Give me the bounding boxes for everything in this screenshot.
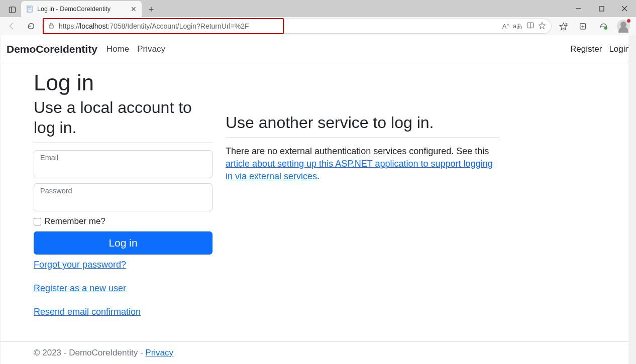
- page-footer: © 2023 - DemoCoreIdentity - Privacy: [1, 341, 636, 364]
- favorite-star-icon[interactable]: [538, 22, 546, 31]
- footer-privacy-link[interactable]: Privacy: [145, 348, 173, 357]
- browser-chrome: Log in - DemoCoreIdentity ✕ + https://lo…: [0, 0, 636, 35]
- external-login-section: Use another service to log in. There are…: [226, 97, 499, 330]
- performance-icon[interactable]: [595, 19, 612, 34]
- read-aloud-icon[interactable]: A»: [502, 22, 509, 30]
- divider: [34, 143, 213, 143]
- window-controls: [567, 0, 636, 17]
- site-navbar: DemoCoreIdentity Home Privacy Register L…: [1, 35, 636, 63]
- collections-icon[interactable]: [575, 19, 592, 34]
- svg-rect-0: [9, 7, 15, 12]
- svg-rect-6: [599, 7, 604, 11]
- maximize-button[interactable]: [590, 0, 613, 17]
- window-close-button[interactable]: [613, 0, 636, 17]
- external-services-link[interactable]: article about setting up this ASP.NET ap…: [226, 159, 493, 181]
- password-field[interactable]: [34, 184, 212, 211]
- scrollbar-track[interactable]: [628, 35, 636, 364]
- nav-home[interactable]: Home: [107, 44, 129, 54]
- page-viewport: DemoCoreIdentity Home Privacy Register L…: [0, 35, 636, 364]
- svg-rect-9: [49, 25, 53, 28]
- forgot-password-link[interactable]: Forgot your password?: [34, 260, 126, 270]
- remember-label: Remember me?: [44, 216, 105, 226]
- new-tab-button[interactable]: +: [144, 2, 159, 17]
- tab-title: Log in - DemoCoreIdentity: [37, 6, 127, 13]
- lock-icon[interactable]: [48, 22, 55, 31]
- external-heading: Use another service to log in.: [226, 112, 499, 133]
- page-title: Log in: [34, 70, 636, 95]
- resend-confirmation-link[interactable]: Resend email confirmation: [34, 307, 141, 317]
- nav-register[interactable]: Register: [570, 44, 602, 54]
- favorites-icon[interactable]: [555, 19, 572, 34]
- tab-favicon-icon: [26, 6, 33, 13]
- local-login-section: Use a local account to log in. Email Pas…: [34, 97, 213, 330]
- local-heading: Use a local account to log in.: [34, 97, 213, 138]
- back-button[interactable]: [4, 19, 20, 34]
- split-screen-icon[interactable]: [526, 22, 534, 31]
- browser-tab[interactable]: Log in - DemoCoreIdentity ✕: [21, 1, 142, 17]
- address-row: https://localhost:7058/Identity/Account/…: [0, 17, 636, 35]
- email-field[interactable]: [34, 151, 212, 178]
- main-container: Log in Use a local account to log in. Em…: [1, 63, 636, 341]
- url-text: https://localhost:7058/Identity/Account/…: [59, 22, 249, 30]
- password-field-wrapper: Password: [34, 183, 213, 211]
- translate-icon[interactable]: aあ: [513, 22, 522, 31]
- register-new-user-link[interactable]: Register as a new user: [34, 283, 126, 293]
- nav-privacy[interactable]: Privacy: [137, 44, 165, 54]
- login-button[interactable]: Log in: [34, 231, 213, 255]
- brand[interactable]: DemoCoreIdentity: [7, 43, 97, 55]
- address-bar[interactable]: https://localhost:7058/Identity/Account/…: [42, 19, 552, 34]
- tab-actions-icon[interactable]: [3, 2, 21, 17]
- external-text: There are no external authentication ser…: [226, 145, 499, 183]
- remember-checkbox[interactable]: [34, 218, 41, 225]
- refresh-button[interactable]: [23, 19, 39, 34]
- tab-row: Log in - DemoCoreIdentity ✕ +: [0, 0, 636, 17]
- svg-point-17: [604, 26, 607, 29]
- nav-login[interactable]: Login: [609, 44, 630, 54]
- tab-close-icon[interactable]: ✕: [131, 6, 137, 13]
- email-field-wrapper: Email: [34, 150, 213, 178]
- toolbar-icons: [555, 19, 632, 34]
- profile-avatar[interactable]: [615, 19, 632, 34]
- minimize-button[interactable]: [567, 0, 590, 17]
- divider: [226, 138, 499, 138]
